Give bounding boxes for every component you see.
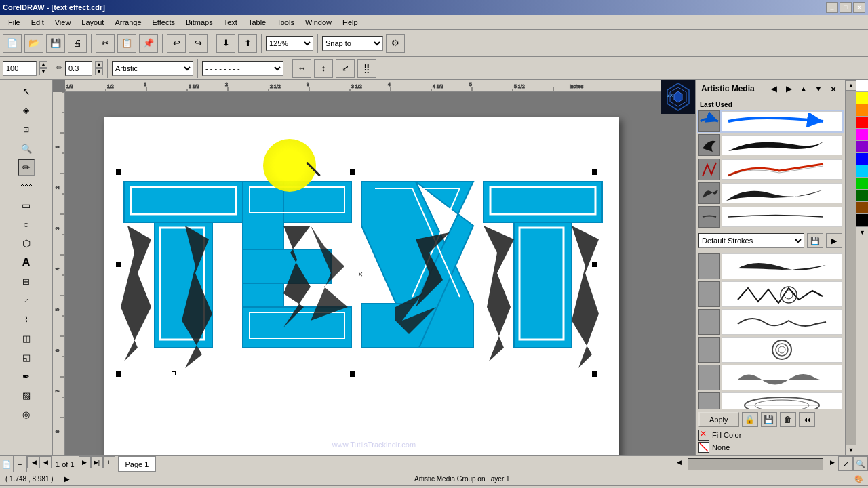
- page-tab[interactable]: Page 1: [118, 456, 157, 472]
- tool-dimension[interactable]: ⟋: [18, 291, 35, 309]
- save-button[interactable]: 💾: [46, 34, 65, 53]
- tool-connector[interactable]: ⌇: [18, 310, 35, 328]
- width-input[interactable]: [3, 61, 37, 76]
- tool-artistic[interactable]: 〰: [18, 178, 35, 195]
- color-black[interactable]: [856, 214, 868, 226]
- new-button[interactable]: 📄: [3, 34, 22, 53]
- page-next[interactable]: ▶: [79, 456, 91, 468]
- fullscreen-button[interactable]: ⤢: [336, 59, 355, 78]
- color-magenta[interactable]: [856, 129, 868, 141]
- canvas-area[interactable]: 1/2 1/2 1 1 1/2 2 2 1/2 3 3 1/2: [53, 80, 695, 455]
- menu-item-edit[interactable]: Edit: [26, 17, 50, 28]
- menu-item-table[interactable]: Table: [243, 17, 271, 28]
- selection-handle-ml[interactable]: [116, 262, 121, 267]
- color-yellow[interactable]: [856, 92, 868, 104]
- selection-handle-extra[interactable]: [172, 371, 176, 375]
- color-brown[interactable]: [856, 202, 868, 214]
- tool-table[interactable]: ⊞: [18, 272, 35, 290]
- stroke-category-select[interactable]: Default Strokes: [698, 233, 804, 248]
- color-white[interactable]: [856, 80, 868, 92]
- tool-crop[interactable]: ⊡: [18, 121, 35, 138]
- delete-stroke-button[interactable]: 🗑: [780, 412, 796, 427]
- panel-nav-right[interactable]: ▶: [783, 83, 795, 95]
- copy-button[interactable]: 📋: [117, 34, 136, 53]
- print-button[interactable]: 🖨: [68, 34, 87, 53]
- color-orange[interactable]: [856, 104, 868, 117]
- zoom-in[interactable]: 🔍: [853, 456, 868, 471]
- page-scroll-left[interactable]: ◀: [673, 456, 685, 468]
- tool-text[interactable]: A: [18, 253, 35, 271]
- color-violet[interactable]: [856, 141, 868, 153]
- brush-size-spinner[interactable]: ▲ ▼: [95, 61, 103, 75]
- page-last[interactable]: ▶|: [91, 456, 103, 468]
- selection-handle-br[interactable]: [592, 371, 597, 377]
- stroke-item-1[interactable]: [697, 253, 844, 280]
- preset-item-4[interactable]: [697, 182, 844, 205]
- stroke-type-select[interactable]: Artistic: [112, 61, 193, 76]
- stroke-save-button[interactable]: 💾: [807, 233, 823, 248]
- tool-zoom[interactable]: 🔍: [18, 140, 35, 157]
- close-button[interactable]: ×: [853, 2, 865, 13]
- page-first[interactable]: |◀: [27, 456, 39, 468]
- stroke-pattern-select[interactable]: - - - - - - - -: [202, 61, 283, 76]
- panel-scroll-down[interactable]: ▼: [846, 445, 856, 455]
- tool-shape[interactable]: ◈: [18, 102, 35, 119]
- tool-eyedropper[interactable]: ✒: [18, 367, 35, 385]
- save-stroke-button[interactable]: 💾: [761, 412, 777, 427]
- zoom-fit[interactable]: ⤢: [838, 456, 853, 471]
- selection-handle-bl[interactable]: [116, 371, 121, 377]
- maximize-button[interactable]: □: [840, 2, 852, 13]
- menu-item-view[interactable]: View: [50, 17, 77, 28]
- tool-ellipse[interactable]: ○: [18, 216, 35, 233]
- preset-item-2[interactable]: [697, 134, 844, 157]
- grid-button[interactable]: ⣿: [357, 59, 376, 78]
- open-button[interactable]: 📂: [24, 34, 43, 53]
- page-scroll-right[interactable]: ▶: [826, 456, 838, 468]
- zoom-select[interactable]: 125% 100% 75% 50%: [266, 36, 313, 51]
- paste-button[interactable]: 📌: [139, 34, 158, 53]
- cut-button[interactable]: ✂: [96, 34, 115, 53]
- preset-item-3[interactable]: [697, 157, 844, 180]
- panel-footer-button[interactable]: ⏮: [799, 412, 815, 427]
- tool-shadow[interactable]: ◫: [18, 329, 35, 347]
- selection-handle-mr[interactable]: [592, 262, 597, 267]
- panel-collapse[interactable]: ▼: [812, 83, 825, 95]
- options-button[interactable]: ⚙: [386, 34, 405, 53]
- lock-button[interactable]: 🔒: [742, 412, 758, 427]
- tool-select[interactable]: ↖: [18, 83, 35, 100]
- panel-nav-left[interactable]: ◀: [768, 83, 780, 95]
- stroke-item-4[interactable]: [697, 336, 844, 363]
- stroke-item-2[interactable]: [697, 281, 844, 308]
- menu-item-tools[interactable]: Tools: [271, 17, 300, 28]
- stroke-item-6[interactable]: [697, 392, 844, 409]
- undo-button[interactable]: ↩: [167, 34, 186, 53]
- import-button[interactable]: ⬇: [216, 34, 235, 53]
- stroke-options-button[interactable]: ▶: [826, 233, 842, 248]
- color-dark-green[interactable]: [856, 190, 868, 202]
- snap-select[interactable]: Snap to: [322, 36, 383, 51]
- panel-expand[interactable]: ▲: [797, 83, 810, 95]
- tool-rect[interactable]: ▭: [18, 197, 35, 214]
- color-blue[interactable]: [856, 153, 868, 165]
- panel-close[interactable]: ×: [827, 83, 840, 95]
- tool-transparency[interactable]: ◱: [18, 348, 35, 366]
- panel-scroll-up[interactable]: ▲: [846, 80, 856, 91]
- tool-polygon[interactable]: ⬡: [18, 235, 35, 252]
- color-green[interactable]: [856, 178, 868, 190]
- page-add-button[interactable]: +: [103, 456, 115, 468]
- tool-freehand[interactable]: ✏: [18, 159, 35, 176]
- color-cyan[interactable]: [856, 165, 868, 178]
- minimize-button[interactable]: _: [826, 2, 838, 13]
- brush-size-input[interactable]: [65, 61, 92, 76]
- selection-handle-tr[interactable]: [592, 169, 597, 175]
- menu-item-file[interactable]: File: [3, 17, 26, 28]
- menu-item-bitmaps[interactable]: Bitmaps: [180, 17, 218, 28]
- selection-handle-tl[interactable]: [116, 169, 121, 175]
- apply-button[interactable]: Apply: [698, 412, 739, 427]
- expand-arrow[interactable]: ▶: [64, 475, 70, 483]
- flip-button[interactable]: ↕: [314, 59, 333, 78]
- tool-fill[interactable]: ▧: [18, 386, 35, 404]
- preset-item-5[interactable]: [697, 205, 844, 228]
- preset-item-1[interactable]: [697, 110, 844, 133]
- menu-item-help[interactable]: Help: [337, 17, 363, 28]
